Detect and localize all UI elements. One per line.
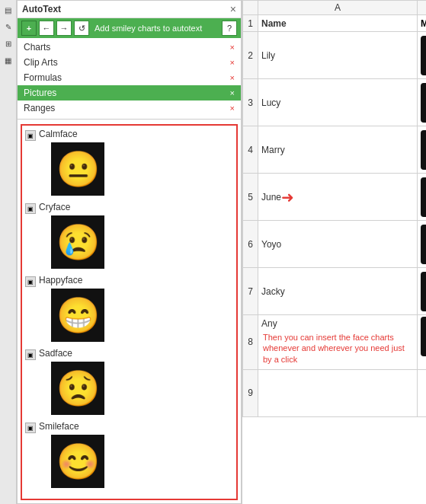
smileface-emoji: 😊 — [56, 441, 100, 482]
list-item[interactable]: ▣ Smileface 😊 — [25, 421, 233, 488]
calmface-label: Calmface — [39, 129, 233, 139]
row-9-a[interactable] — [258, 369, 418, 416]
table-row: 6 Yoyo 😟 — [243, 221, 427, 268]
cryface-content: Cryface 😢 — [39, 202, 233, 269]
row-2-emoji: 😊 — [421, 36, 426, 75]
happyface-label: Happyface — [39, 275, 233, 285]
cryface-label: Cryface — [39, 202, 233, 212]
caption-text: Then you can insert the face charts when… — [258, 329, 411, 368]
panel-toolbar: + ← → ↺ Add smiley charts to autotext ? — [18, 18, 241, 38]
row-5-num: 5 — [243, 174, 258, 221]
row-3-emoji: 😢 — [421, 83, 426, 123]
row-6-name[interactable]: Yoyo — [258, 221, 418, 268]
calmface-image[interactable]: 😐 — [51, 142, 104, 196]
table-row: 4 Marry 😐 — [243, 126, 427, 174]
smileface-content: Smileface 😊 — [39, 421, 233, 488]
refresh-button[interactable]: ↺ — [74, 21, 89, 36]
toolbar-icon-1[interactable]: ▤ — [2, 3, 15, 17]
row-5-mood[interactable]: 😟 — [418, 174, 427, 221]
table-row: 9 — [243, 369, 427, 416]
row-7-mood[interactable]: 😊 — [418, 268, 427, 315]
left-toolbar: ▤ ✎ ⊞ ▦ — [0, 0, 17, 504]
sadface-image[interactable]: 😟 — [51, 362, 104, 415]
row-7-emoji: 😊 — [421, 272, 426, 311]
row-6-emoji: 😟 — [421, 225, 426, 264]
help-button[interactable]: ? — [222, 21, 237, 36]
row-2-name[interactable]: Lily — [258, 32, 418, 79]
happyface-image[interactable]: 😁 — [51, 289, 104, 342]
category-charts[interactable]: Charts × — [18, 40, 241, 55]
category-pictures[interactable]: Pictures × — [18, 85, 241, 100]
category-cliparts-remove[interactable]: × — [230, 58, 235, 67]
happyface-emoji: 😁 — [56, 295, 100, 336]
sheet-table: A B C 1 Name Mood 2 Lily 😊 — [242, 0, 426, 417]
add-button[interactable]: + — [21, 21, 37, 36]
cryface-image[interactable]: 😢 — [51, 215, 104, 269]
row-3-name[interactable]: Lucy — [258, 79, 418, 126]
item-icon-sadface: ▣ — [25, 349, 36, 360]
smileface-label: Smileface — [39, 421, 233, 432]
category-pictures-remove[interactable]: × — [230, 88, 235, 97]
item-icon-calmface: ▣ — [25, 130, 36, 141]
table-row: 3 Lucy 😢 — [243, 79, 427, 126]
list-item[interactable]: ▣ Sadface 😟 — [25, 348, 233, 415]
row-5-emoji: 😟 — [421, 177, 426, 217]
row-4-num: 4 — [243, 126, 258, 174]
toolbar-icon-2[interactable]: ✎ — [2, 20, 15, 33]
category-cliparts-label: Clip Arts — [24, 57, 58, 68]
divider — [18, 119, 241, 120]
category-cliparts[interactable]: Clip Arts × — [18, 55, 241, 70]
row-4-name[interactable]: Marry — [258, 126, 418, 174]
category-charts-label: Charts — [24, 42, 50, 53]
calmface-emoji: 😐 — [56, 148, 100, 190]
row-8-num: 8 — [243, 315, 258, 370]
row-3-mood[interactable]: 😢 — [418, 79, 427, 126]
list-item[interactable]: ▣ Happyface 😁 — [25, 275, 233, 342]
sadface-label: Sadface — [39, 348, 233, 359]
category-charts-remove[interactable]: × — [230, 43, 235, 52]
autotext-panel: AutoText × + ← → ↺ Add smiley charts to … — [17, 0, 242, 504]
category-ranges-remove[interactable]: × — [230, 104, 235, 113]
smileface-image[interactable]: 😊 — [51, 435, 104, 488]
row-6-mood[interactable]: 😟 — [418, 221, 427, 268]
table-row: 7 Jacky 😊 — [243, 268, 427, 315]
list-item[interactable]: ▣ Cryface 😢 — [25, 202, 233, 269]
row-4-mood[interactable]: 😐 — [418, 126, 427, 174]
category-ranges-label: Ranges — [24, 103, 55, 113]
table-row: 8 Any Then you can insert the face chart… — [243, 315, 427, 370]
col-header-b: B — [418, 1, 427, 15]
red-arrow-icon: ➜ — [281, 188, 294, 206]
row-9-b[interactable] — [418, 369, 427, 416]
data-header-row: 1 Name Mood — [243, 15, 427, 32]
items-area: ▣ Calmface 😐 ▣ Cryface 😢 — [21, 124, 238, 500]
row-7-num: 7 — [243, 268, 258, 315]
right-arrow-button[interactable]: → — [56, 21, 72, 36]
row-2-mood[interactable]: 😊 — [418, 32, 427, 79]
spreadsheet: A B C 1 Name Mood 2 Lily 😊 — [242, 0, 426, 504]
col-header-a: A — [258, 1, 418, 15]
table-row: 2 Lily 😊 — [243, 32, 427, 79]
header-name: Name — [258, 15, 418, 32]
toolbar-icon-4[interactable]: ▦ — [2, 53, 15, 67]
row-7-name[interactable]: Jacky — [258, 268, 418, 315]
list-item[interactable]: ▣ Calmface 😐 — [25, 129, 233, 196]
category-formulas[interactable]: Formulas × — [18, 70, 241, 85]
row-1-num: 1 — [243, 15, 258, 32]
panel-close-button[interactable]: × — [230, 4, 236, 14]
happyface-content: Happyface 😁 — [39, 275, 233, 342]
row-5-name[interactable]: June ➜ — [258, 174, 418, 221]
category-formulas-label: Formulas — [24, 72, 62, 83]
cryface-emoji: 😢 — [56, 222, 100, 263]
category-formulas-remove[interactable]: × — [230, 73, 235, 82]
main-content: AutoText × + ← → ↺ Add smiley charts to … — [17, 0, 426, 504]
category-ranges[interactable]: Ranges × — [18, 100, 241, 116]
category-list: Charts × Clip Arts × Formulas × Pictures… — [18, 38, 241, 117]
col-header-row: A B C — [243, 1, 427, 15]
row-8-mood[interactable]: 😊 — [418, 315, 427, 370]
row-6-num: 6 — [243, 221, 258, 268]
left-arrow-button[interactable]: ← — [39, 21, 54, 36]
row-8-name: Any Then you can insert the face charts … — [258, 315, 418, 370]
panel-header: AutoText × — [18, 1, 241, 18]
toolbar-icon-3[interactable]: ⊞ — [2, 37, 15, 50]
item-icon-cryface: ▣ — [25, 203, 36, 214]
